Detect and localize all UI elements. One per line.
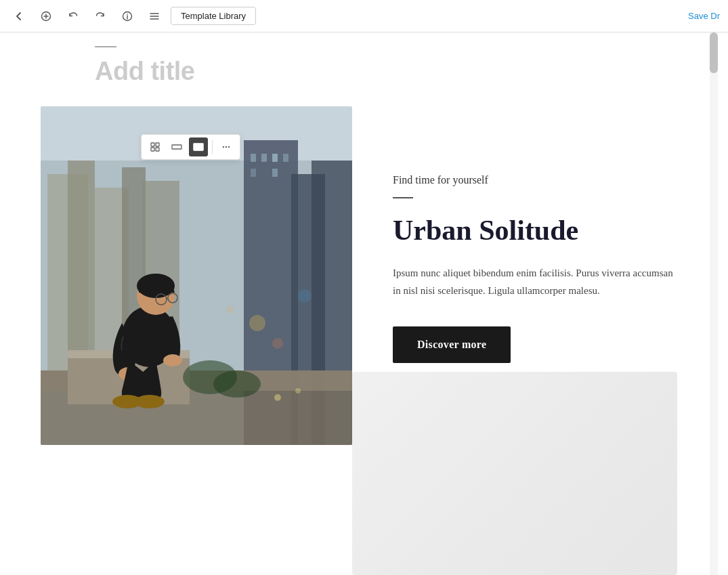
medium-layout-button[interactable] xyxy=(167,137,186,156)
right-content: Find time for yourself Urban Solitude Ip… xyxy=(393,106,677,363)
template-library-button[interactable]: Template Library xyxy=(171,7,256,25)
title-divider xyxy=(95,46,116,47)
svg-point-41 xyxy=(135,395,165,408)
content-divider xyxy=(393,197,413,198)
page-title-placeholder[interactable]: Add title xyxy=(95,57,623,86)
svg-rect-3 xyxy=(151,143,154,146)
svg-point-47 xyxy=(213,370,261,398)
background-watermark xyxy=(352,372,677,575)
svg-rect-6 xyxy=(156,148,159,151)
svg-rect-4 xyxy=(156,143,159,146)
redo-button[interactable] xyxy=(89,5,111,27)
save-draft-button[interactable]: Save Dr xyxy=(688,11,720,21)
svg-rect-25 xyxy=(272,154,278,162)
scrollbar-thumb[interactable] xyxy=(710,33,718,73)
svg-rect-23 xyxy=(251,154,256,162)
page-title-section: Add title xyxy=(0,33,718,86)
info-button[interactable] xyxy=(116,5,138,27)
svg-point-42 xyxy=(249,315,265,331)
template-library-label: Template Library xyxy=(181,11,246,21)
large-layout-button[interactable] xyxy=(189,137,208,156)
svg-point-2 xyxy=(127,14,128,15)
svg-rect-7 xyxy=(172,145,181,149)
save-label: Save Dr xyxy=(688,11,720,21)
main-heading: Urban Solitude xyxy=(393,215,677,246)
add-button[interactable] xyxy=(35,5,57,27)
undo-button[interactable] xyxy=(62,5,84,27)
more-options-button[interactable] xyxy=(217,137,236,156)
svg-point-11 xyxy=(226,146,227,148)
svg-rect-8 xyxy=(194,144,203,150)
canvas-area: Add title xyxy=(0,33,718,575)
svg-point-44 xyxy=(226,305,234,314)
back-button[interactable] xyxy=(8,5,30,27)
svg-rect-5 xyxy=(151,148,154,151)
floating-toolbar xyxy=(141,134,240,160)
grid-view-button[interactable] xyxy=(146,137,165,156)
toolbar-left: Template Library xyxy=(8,5,256,27)
svg-point-45 xyxy=(298,289,312,303)
svg-point-10 xyxy=(223,146,224,148)
menu-button[interactable] xyxy=(144,5,165,27)
svg-rect-24 xyxy=(261,154,267,162)
svg-point-39 xyxy=(163,354,182,366)
svg-rect-27 xyxy=(251,169,256,177)
svg-point-12 xyxy=(228,146,230,148)
toolbar: Template Library Save Dr xyxy=(0,0,728,33)
svg-point-48 xyxy=(274,394,281,401)
toolbar-divider xyxy=(212,140,213,154)
discover-more-button[interactable]: Discover more xyxy=(393,326,511,363)
body-text: Ipsum nunc aliquet bibendum enim facilis… xyxy=(393,265,677,299)
svg-rect-26 xyxy=(283,154,288,162)
tagline: Find time for yourself xyxy=(393,174,677,186)
svg-point-49 xyxy=(295,388,301,393)
svg-rect-16 xyxy=(68,161,95,377)
svg-rect-28 xyxy=(272,169,278,177)
svg-point-43 xyxy=(272,338,283,349)
